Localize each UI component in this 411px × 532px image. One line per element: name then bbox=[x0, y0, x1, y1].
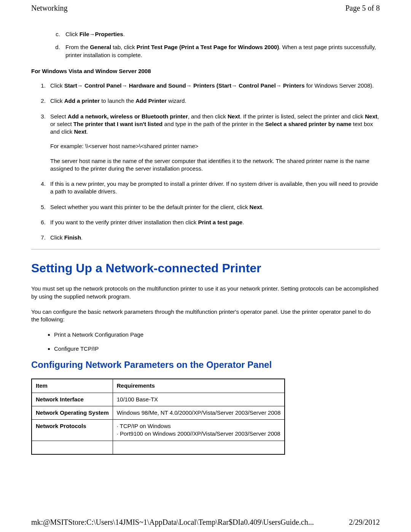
arrow-icon: → bbox=[122, 82, 129, 89]
bold: Start bbox=[64, 82, 77, 89]
subsection-title: Configuring Network Parameters on the Op… bbox=[31, 359, 380, 371]
bold: Add a printer bbox=[64, 97, 100, 104]
page-header: Networking Page 5 of 8 bbox=[31, 4, 380, 13]
text: Click bbox=[50, 234, 64, 241]
step-item: If you want to the verify printer driver… bbox=[47, 219, 380, 226]
arrow-icon: → bbox=[77, 82, 84, 89]
page: Networking Page 5 of 8 Click File→Proper… bbox=[0, 0, 411, 532]
table-row bbox=[32, 441, 285, 454]
bold: General bbox=[90, 44, 111, 50]
step-item: Click Add a printer to launch the Add Pr… bbox=[47, 97, 380, 105]
footer-path: mk:@MSITStore:C:\Users\14JMIS~1\AppData\… bbox=[31, 518, 314, 527]
bold: Properties bbox=[95, 31, 123, 37]
text: and type in the path of the printer in t… bbox=[162, 121, 265, 127]
bold: Next bbox=[228, 113, 240, 120]
text: If you want to the verify printer driver… bbox=[50, 219, 198, 225]
bold: Next bbox=[74, 128, 87, 135]
text: . bbox=[123, 31, 125, 37]
list-item: Print a Network Configuration Page bbox=[54, 331, 380, 339]
table-header: Requirements bbox=[113, 379, 285, 393]
step-item: Click Finish. bbox=[47, 234, 380, 241]
text: Select bbox=[50, 113, 68, 120]
table-cell-item: Network Interface bbox=[32, 393, 113, 406]
bold: Next bbox=[365, 113, 378, 120]
section-paragraph: You must set up the network protocols on… bbox=[31, 285, 380, 300]
table-cell-item: Network Protocols bbox=[32, 420, 113, 441]
sub-step-c: Click File→Properties. bbox=[62, 30, 380, 38]
table-cell-req: · TCP/IP on Windows· Port9100 on Windows… bbox=[113, 420, 285, 441]
step-item: Select whether you want this printer to … bbox=[47, 203, 380, 211]
text: to launch the bbox=[100, 97, 135, 104]
bold: Control Panel bbox=[84, 82, 122, 89]
step-item: Click Start→ Control Panel→ Hardware and… bbox=[47, 82, 380, 89]
bold: Select a shared printer by name bbox=[265, 121, 352, 127]
text: Click bbox=[50, 97, 64, 104]
text: . bbox=[81, 234, 83, 241]
section-title: Setting Up a Network-connected Printer bbox=[31, 260, 380, 276]
text: . bbox=[86, 128, 88, 135]
step-paragraph: For example: \\<server host name>\<share… bbox=[50, 142, 380, 150]
text: . bbox=[262, 204, 263, 210]
step-list: Click Start→ Control Panel→ Hardware and… bbox=[31, 82, 380, 241]
text: tab, click bbox=[111, 44, 137, 50]
text: . bbox=[242, 219, 244, 225]
bold: Finish bbox=[64, 234, 81, 241]
text: From the bbox=[65, 44, 90, 50]
table-cell-req bbox=[113, 441, 285, 454]
footer-date: 2/29/2012 bbox=[349, 518, 380, 527]
table-row: Network Operating SystemWindows 98/Me, N… bbox=[32, 406, 285, 419]
bold: Control Panel bbox=[239, 82, 276, 89]
text: . If the printer is listed, select the p… bbox=[240, 113, 365, 120]
bold: The printer that I want isn't listed bbox=[73, 121, 162, 127]
step-item: If this is a new printer, you may be pro… bbox=[47, 180, 380, 196]
step-paragraph: The server host name is the name of the … bbox=[50, 157, 380, 173]
text: Click bbox=[65, 31, 80, 37]
bold: Print a test page bbox=[198, 219, 243, 225]
bold: Add Printer bbox=[135, 97, 167, 104]
bold: File bbox=[80, 31, 89, 37]
page-content: Click File→Properties. From the General … bbox=[31, 30, 380, 455]
bold: Printers (Start bbox=[193, 82, 231, 89]
bold: Add a network, wireless or Bluetooth pri… bbox=[68, 113, 188, 120]
table-row: Network Interface10/100 Base-TX bbox=[32, 393, 285, 406]
doc-title: Networking bbox=[31, 4, 68, 13]
table-cell-item bbox=[32, 441, 113, 454]
text: Select whether you want this printer to … bbox=[50, 204, 250, 210]
bold: Next bbox=[250, 204, 262, 210]
bold: Print Test Page (Print a Test Page for W… bbox=[137, 44, 279, 50]
text: Click bbox=[50, 82, 64, 89]
section-paragraph: You can configure the basic network para… bbox=[31, 308, 380, 324]
bullet-list: Print a Network Configuration Page Confi… bbox=[31, 331, 380, 353]
os-heading-vista: For Windows Vista and Window Server 2008 bbox=[31, 67, 380, 75]
arrow-icon: → bbox=[276, 82, 283, 89]
table-cell-req: 10/100 Base-TX bbox=[113, 393, 285, 406]
text: wizard. bbox=[167, 97, 186, 104]
text: If this is a new printer, you may be pro… bbox=[50, 181, 378, 195]
list-item: Configure TCP/IP bbox=[54, 345, 380, 353]
table-header: Item bbox=[32, 379, 113, 393]
bold: Hardware and Sound bbox=[129, 82, 186, 89]
sub-step-list: Click File→Properties. From the General … bbox=[31, 30, 380, 59]
page-footer: mk:@MSITStore:C:\Users\14JMIS~1\AppData\… bbox=[31, 518, 380, 527]
requirements-table: ItemRequirementsNetwork Interface10/100 … bbox=[31, 379, 285, 455]
table-row: Network Protocols· TCP/IP on Windows· Po… bbox=[32, 420, 285, 441]
table-cell-req: Windows 98/Me, NT 4.0/2000/XP/Vista/Serv… bbox=[113, 406, 285, 419]
arrow-icon: → bbox=[231, 82, 239, 89]
arrow-icon: → bbox=[89, 31, 95, 37]
page-indicator: Page 5 of 8 bbox=[345, 4, 380, 13]
table-cell-item: Network Operating System bbox=[32, 406, 113, 419]
bold: Printers bbox=[283, 82, 305, 89]
divider bbox=[31, 249, 380, 249]
text: for Windows Server 2008). bbox=[305, 82, 374, 89]
arrow-icon: → bbox=[186, 82, 193, 89]
step-item: Select Add a network, wireless or Blueto… bbox=[47, 113, 380, 173]
sub-step-d: From the General tab, click Print Test P… bbox=[62, 43, 380, 59]
text: , and then click bbox=[188, 113, 228, 120]
